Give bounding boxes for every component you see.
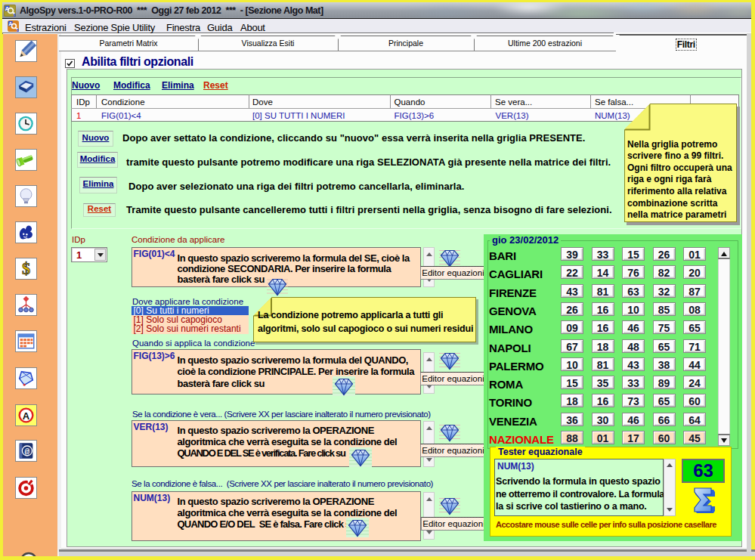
svg-text:A: A xyxy=(23,410,30,422)
svg-text:s: s xyxy=(17,27,19,32)
svg-text:@: @ xyxy=(25,447,30,456)
svg-text:s: s xyxy=(14,12,17,17)
svg-text:$: $ xyxy=(22,259,30,278)
